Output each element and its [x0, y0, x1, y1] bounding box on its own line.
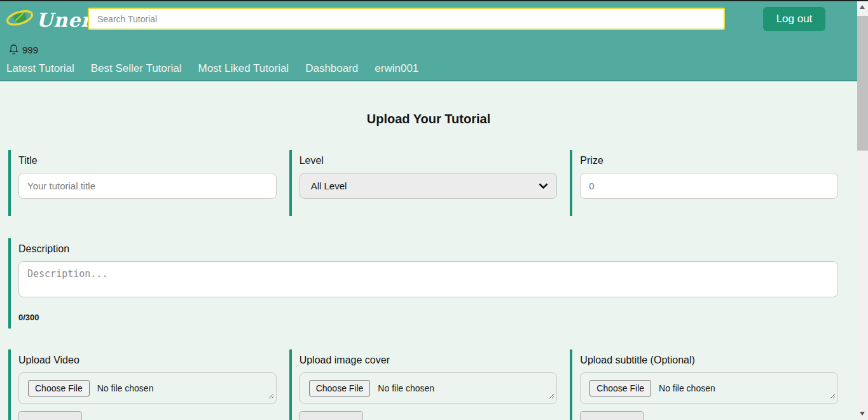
upload-tutorial-form: Upload Your Tutorial Title Level All Lev… — [0, 112, 857, 420]
upload-cover-group: Upload image cover Choose File No file c… — [289, 349, 565, 420]
vertical-scrollbar[interactable] — [857, 0, 868, 420]
header: Unemi Log out 999 Latest Tutorial Best S… — [0, 0, 857, 81]
nav-most-liked-tutorial[interactable]: Most Liked Tutorial — [198, 62, 289, 75]
title-label: Title — [18, 155, 277, 166]
nav-latest-tutorial[interactable]: Latest Tutorial — [6, 62, 74, 75]
leaf-planet-logo-icon — [5, 6, 34, 34]
file-status: No file chosen — [378, 383, 434, 393]
window-top-edge — [0, 0, 868, 1]
nav-username[interactable]: erwin001 — [375, 62, 418, 75]
level-field-group: Level All Level — [289, 150, 565, 216]
scroll-down-button[interactable] — [857, 408, 868, 419]
notification-count: 999 — [22, 44, 38, 55]
upload-subtitle-group: Upload subtitle (Optional) Choose File N… — [570, 349, 846, 420]
choose-file-button[interactable]: Choose File — [589, 380, 651, 396]
title-input[interactable] — [18, 173, 277, 199]
main-nav: Latest Tutorial Best Seller Tutorial Mos… — [6, 62, 418, 75]
level-select-value: All Level — [311, 180, 347, 191]
cut-off-button[interactable] — [18, 411, 82, 420]
nav-dashboard[interactable]: Dashboard — [305, 62, 358, 75]
uploads-row: Upload Video Choose File No file chosen … — [8, 349, 846, 420]
level-label: Level — [300, 155, 558, 166]
level-select[interactable]: All Level — [300, 173, 558, 199]
description-label: Description — [18, 243, 838, 255]
fields-row: Title Level All Level Prize — [8, 150, 846, 216]
logout-button[interactable]: Log out — [763, 7, 825, 31]
bell-icon — [9, 43, 18, 57]
page-title: Upload Your Tutorial — [0, 112, 857, 126]
cut-off-button[interactable] — [300, 411, 363, 420]
choose-file-button[interactable]: Choose File — [309, 380, 371, 396]
chevron-down-icon — [539, 180, 548, 191]
file-status: No file chosen — [659, 383, 715, 393]
choose-file-button[interactable]: Choose File — [28, 380, 90, 396]
description-field-group: Description 0/300 — [8, 238, 846, 329]
cut-off-button[interactable] — [580, 411, 644, 420]
notification-area[interactable]: 999 — [9, 43, 38, 57]
char-counter: 0/300 — [18, 313, 838, 322]
nav-best-seller-tutorial[interactable]: Best Seller Tutorial — [91, 62, 182, 75]
upload-video-label: Upload Video — [18, 355, 277, 366]
prize-field-group: Prize — [570, 150, 846, 216]
search-input[interactable] — [88, 8, 725, 30]
page: { "colors": { "header_bg": "#52ab9e", "a… — [0, 0, 868, 420]
subtitle-file-input[interactable]: Choose File No file chosen — [580, 372, 838, 404]
resize-grip-icon[interactable] — [549, 390, 555, 402]
scrollbar-thumb[interactable] — [857, 16, 868, 151]
title-field-group: Title — [8, 150, 284, 216]
scroll-up-button[interactable] — [857, 2, 868, 13]
upload-subtitle-label: Upload subtitle (Optional) — [580, 355, 838, 366]
upload-cover-label: Upload image cover — [300, 355, 558, 366]
prize-input[interactable] — [580, 173, 838, 199]
resize-grip-icon[interactable] — [830, 390, 836, 402]
resize-grip-icon[interactable] — [268, 390, 274, 402]
cover-file-input[interactable]: Choose File No file chosen — [300, 372, 558, 404]
file-status: No file chosen — [97, 383, 154, 393]
description-textarea[interactable] — [18, 261, 838, 297]
upload-video-group: Upload Video Choose File No file chosen — [8, 349, 284, 420]
video-file-input[interactable]: Choose File No file chosen — [18, 372, 277, 404]
prize-label: Prize — [580, 155, 838, 166]
